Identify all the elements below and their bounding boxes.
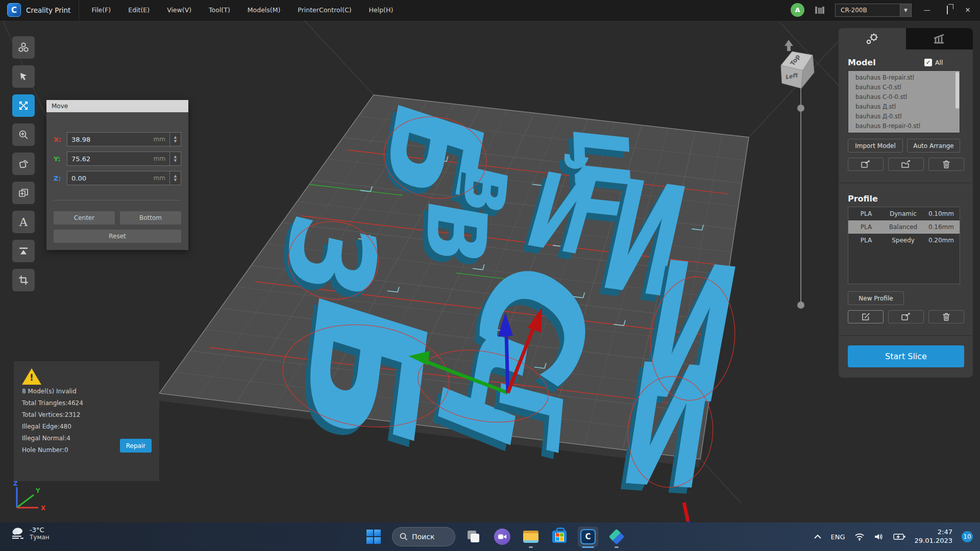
model-list-item[interactable]: bauhaus Д.stl (855, 102, 960, 112)
start-slice-button[interactable]: Start Slice (848, 345, 964, 367)
model-list-item[interactable]: bauhaus B-repair.stl (855, 73, 960, 83)
creality-logo: C (7, 3, 21, 17)
move-icon (17, 99, 30, 112)
profile-name: Dynamic (884, 210, 922, 217)
menu-models[interactable]: Models(M) (248, 6, 281, 14)
profile-list[interactable]: PLA Dynamic 0.10mm PLA Balanced 0.16mm P… (848, 207, 960, 284)
folder-arrow-icon (901, 160, 911, 169)
repair-button[interactable]: Repair (120, 439, 152, 453)
menu-view[interactable]: View(V) (167, 6, 191, 14)
windows-taskbar: -3°C Туман Поиск (0, 522, 980, 551)
select-all-label: All (935, 59, 943, 66)
warning-line: Illegal Normal:4 (22, 435, 70, 442)
rotate-tool[interactable] (12, 153, 35, 175)
gear-icon (865, 32, 880, 45)
view-slider-knob[interactable] (797, 105, 804, 112)
bottom-button[interactable]: Bottom (120, 211, 181, 224)
creality-print-button[interactable]: C (578, 527, 598, 547)
reset-button[interactable]: Reset (54, 230, 181, 243)
hexagons-icon (17, 41, 30, 54)
lay-flat-icon (17, 245, 30, 257)
store-button[interactable] (549, 527, 570, 547)
model-list-item[interactable]: bauhaus B-repair-0.stl (855, 121, 960, 131)
x-unit: mm (154, 136, 165, 143)
divider (79, 0, 79, 20)
search-icon (400, 533, 408, 541)
scrollbar-thumb[interactable] (955, 72, 959, 109)
text-tool[interactable]: A (12, 211, 35, 233)
model-group-tool[interactable] (12, 36, 35, 59)
export-profile-button[interactable] (888, 310, 924, 323)
select-all-checkbox[interactable]: ✓ All (924, 59, 943, 66)
select-tool[interactable] (12, 65, 35, 88)
profile-row[interactable]: PLA Speedy 0.20mm (848, 234, 960, 247)
profile-material: PLA (848, 237, 884, 244)
language-indicator[interactable]: ENG (831, 533, 845, 541)
battery-icon[interactable] (893, 533, 905, 540)
printer-select[interactable]: CR-200B ▼ (835, 4, 912, 17)
view-slider-knob[interactable] (797, 302, 804, 309)
model-list-item[interactable]: bauhaus C-0-0.stl (855, 92, 960, 102)
scale-tool[interactable] (12, 123, 35, 146)
clock[interactable]: 2:47 29.01.2023 (915, 528, 952, 545)
auto-arrange-button[interactable]: Auto Arrange (907, 139, 960, 153)
clone-tool[interactable] (12, 182, 35, 204)
task-view-button[interactable] (463, 527, 484, 547)
notification-badge[interactable]: 10 (962, 531, 973, 542)
start-button[interactable] (363, 527, 384, 547)
profile-row[interactable]: PLA Dynamic 0.10mm (848, 207, 960, 220)
profile-row-selected[interactable]: PLA Balanced 0.16mm (848, 220, 960, 234)
new-profile-button[interactable]: New Profile (848, 291, 904, 305)
profile-name: Speedy (884, 237, 922, 244)
weather-widget[interactable]: -3°C Туман (10, 525, 50, 541)
user-avatar[interactable]: A (791, 3, 804, 17)
model-list-item[interactable]: bauhaus C-0.stl (855, 83, 960, 92)
app-button[interactable] (606, 527, 627, 547)
profile-material: PLA (848, 210, 884, 217)
chevron-down-icon[interactable]: ▼ (900, 4, 911, 16)
checkbox-icon[interactable]: ✓ (924, 59, 932, 66)
menu-tool[interactable]: Tool(T) (209, 6, 230, 14)
chat-button[interactable] (492, 527, 512, 547)
move-tool[interactable] (12, 94, 35, 117)
wifi-icon[interactable] (854, 533, 865, 541)
export-profile-icon (901, 312, 911, 321)
close-button[interactable]: ✕ (963, 6, 973, 14)
menubar: File(F) Edit(E) View(V) Tool(T) Models(M… (91, 6, 393, 14)
profile-layer-height: 0.10mm (922, 210, 958, 217)
restore-button[interactable] (942, 6, 952, 14)
minimize-button[interactable]: — (922, 6, 932, 14)
warning-line: Hole Number:0 (22, 446, 68, 454)
tab-support[interactable] (906, 28, 973, 49)
split-tool[interactable] (12, 269, 35, 291)
crop-icon (17, 274, 30, 286)
move-panel-title[interactable]: Move (46, 100, 188, 112)
taskbar-search[interactable]: Поиск (392, 527, 455, 546)
y-spinner[interactable]: ▲▼ (169, 152, 181, 165)
x-spinner[interactable]: ▲▼ (169, 133, 181, 146)
divider (839, 335, 973, 336)
file-explorer-button[interactable] (521, 527, 541, 547)
delete-profile-button[interactable] (928, 310, 964, 323)
model-list-item[interactable]: bauhaus Д-0.stl (855, 112, 960, 121)
delete-model-button[interactable] (928, 158, 964, 171)
menu-help[interactable]: Help(H) (369, 6, 394, 14)
menu-edit[interactable]: Edit(E) (128, 6, 150, 14)
model-list[interactable]: bauhaus B-repair.stl bauhaus C-0.stl bau… (848, 70, 960, 133)
windows-logo-icon (366, 530, 381, 544)
lay-flat-tool[interactable] (12, 240, 35, 262)
z-spinner[interactable]: ▲▼ (169, 171, 181, 185)
tray-chevron-icon[interactable] (814, 534, 822, 539)
menu-file[interactable]: File(F) (91, 6, 111, 14)
tab-prepare[interactable] (839, 28, 906, 49)
center-button[interactable]: Center (54, 211, 115, 224)
y-unit: mm (154, 155, 165, 162)
open-model-folder-button[interactable] (888, 158, 924, 171)
edit-profile-button[interactable] (848, 310, 884, 323)
navigation-cube[interactable]: TopLeft (781, 40, 814, 88)
library-icon[interactable] (815, 6, 825, 15)
export-model-button[interactable] (848, 158, 884, 171)
volume-icon[interactable] (874, 533, 884, 541)
menu-printercontrol[interactable]: PrinterControl(C) (298, 6, 351, 14)
import-model-button[interactable]: Import Model (848, 139, 903, 153)
